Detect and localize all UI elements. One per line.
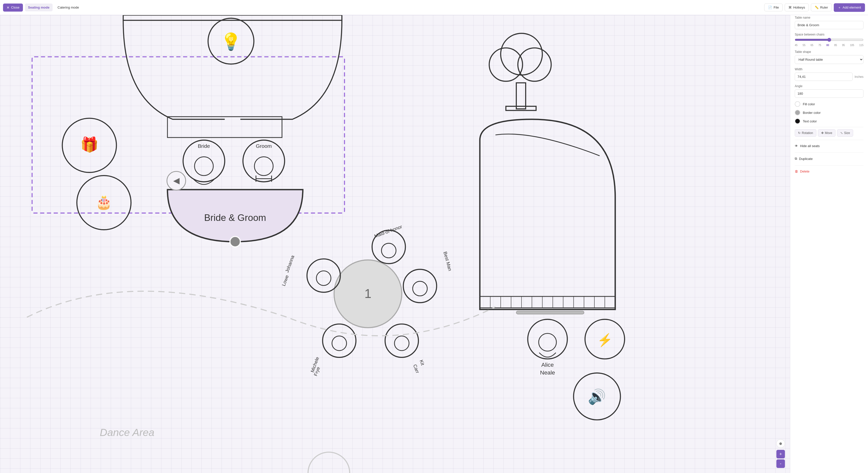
seating-mode-label: Seating mode [28,5,49,9]
canvas-svg: 🎁 🎂 💡 Bride Groom Bride & Groom ◀ [0,15,434,237]
svg-point-11 [195,157,213,176]
svg-text:Groom: Groom [256,143,272,149]
svg-text:Bride: Bride [198,143,210,149]
svg-rect-5 [123,15,342,21]
close-icon: ✕ [6,5,9,9]
catering-mode-label: Catering mode [58,5,79,9]
svg-text:Maid-of-honor: Maid-of-honor [374,224,403,237]
close-label: Close [11,5,20,9]
svg-text:◀: ◀ [173,176,180,185]
svg-text:🎁: 🎁 [80,136,99,153]
catering-mode-button[interactable]: Catering mode [55,3,82,11]
seating-mode-button[interactable]: Seating mode [25,3,52,11]
toolbar: ✕ Close Seating mode Catering mode 📄 Fil… [0,0,434,15]
svg-text:🎂: 🎂 [95,194,113,210]
canvas-area[interactable]: 🎁 🎂 💡 Bride Groom Bride & Groom ◀ [0,15,434,237]
svg-point-14 [254,157,273,176]
svg-text:💡: 💡 [220,32,241,52]
svg-text:Bride & Groom: Bride & Groom [204,212,266,223]
close-button[interactable]: ✕ Close [3,3,23,11]
